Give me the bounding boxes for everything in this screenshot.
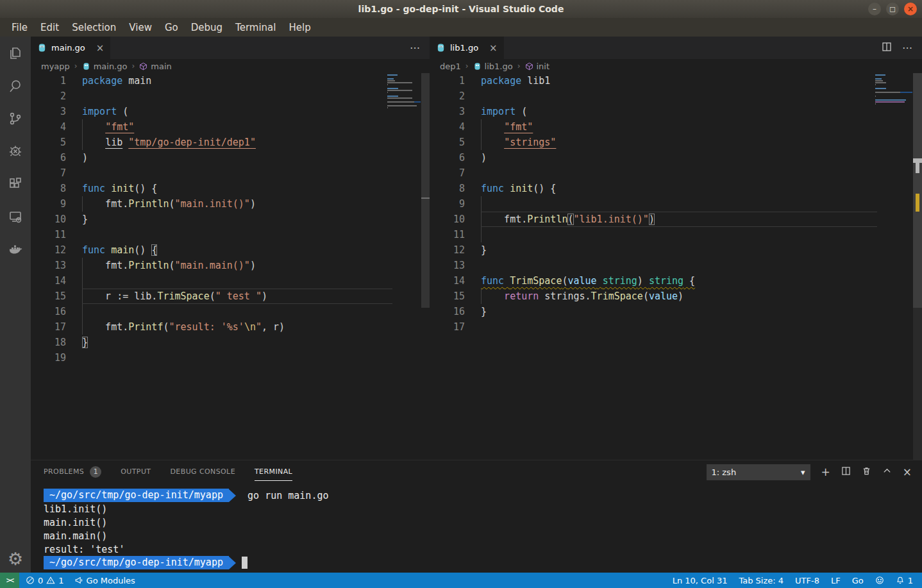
- tab-close-icon[interactable]: ×: [489, 42, 498, 54]
- new-terminal-icon[interactable]: +: [821, 467, 830, 478]
- menu-item-edit[interactable]: Edit: [34, 20, 65, 35]
- code-line[interactable]: 7: [430, 165, 922, 181]
- scrollbar[interactable]: [421, 73, 430, 460]
- feedback-smiley-icon[interactable]: [875, 576, 884, 585]
- code-line[interactable]: 4 "fmt": [430, 119, 922, 135]
- menu-item-view[interactable]: View: [122, 20, 158, 35]
- breadcrumb-folder[interactable]: myapp: [41, 62, 70, 71]
- code-line[interactable]: 17: [430, 319, 922, 335]
- split-editor-icon[interactable]: [882, 42, 892, 55]
- code-line[interactable]: 7: [31, 165, 430, 181]
- search-icon[interactable]: [8, 78, 23, 94]
- tab-main-go[interactable]: main.go ×: [31, 37, 110, 59]
- breadcrumb-file[interactable]: main.go: [82, 62, 128, 71]
- left-code: 1package main23import (4 "fmt"5 lib "tmp…: [31, 73, 430, 365]
- line-number: 3: [430, 104, 465, 119]
- notifications-bell[interactable]: 1: [896, 576, 913, 585]
- menu-item-debug[interactable]: Debug: [185, 20, 229, 35]
- eol-status[interactable]: LF: [831, 576, 841, 585]
- code-line[interactable]: 1package lib1: [430, 73, 922, 88]
- extensions-icon[interactable]: [8, 176, 23, 192]
- code-line[interactable]: 6): [430, 150, 922, 165]
- code-line[interactable]: 11: [430, 227, 922, 242]
- panel-tab-bar: PROBLEMS 1 OUTPUT DEBUG CONSOLE TERMINAL…: [31, 460, 922, 483]
- code-line[interactable]: 13 fmt.Println("main.main()"): [31, 258, 430, 273]
- code-line[interactable]: 4 "fmt": [31, 119, 430, 135]
- remote-indicator[interactable]: ><: [0, 573, 19, 588]
- breadcrumb-symbol[interactable]: init: [525, 62, 550, 71]
- maximize-panel-icon[interactable]: [882, 466, 892, 478]
- code-line[interactable]: 10 fmt.Println("lib1.init()"): [430, 212, 922, 227]
- more-actions-icon[interactable]: ⋯: [902, 42, 913, 54]
- code-line[interactable]: 5 "strings": [430, 135, 922, 150]
- tab-debug-console[interactable]: DEBUG CONSOLE: [170, 460, 235, 483]
- problems-badge: 1: [90, 466, 101, 478]
- close-panel-icon[interactable]: ×: [903, 467, 912, 478]
- terminal-content[interactable]: ~/go/src/tmp/go-dep-init/myapp go run ma…: [31, 483, 922, 569]
- menu-item-terminal[interactable]: Terminal: [229, 20, 282, 35]
- settings-gear-icon[interactable]: ⚙: [8, 550, 23, 567]
- line-number: 13: [31, 258, 66, 273]
- code-line[interactable]: 10}: [31, 212, 430, 227]
- code-line[interactable]: 9 fmt.Println("main.init()"): [31, 196, 430, 212]
- code-line[interactable]: 8func init() {: [430, 181, 922, 196]
- tab-problems[interactable]: PROBLEMS 1: [44, 460, 101, 483]
- code-line[interactable]: 19: [31, 350, 430, 365]
- maximize-button[interactable]: ◻: [886, 3, 899, 15]
- problems-status[interactable]: 0 1: [26, 576, 64, 585]
- explorer-icon[interactable]: [8, 46, 23, 61]
- split-terminal-icon[interactable]: [841, 466, 851, 478]
- code-line[interactable]: 6): [31, 150, 430, 165]
- breadcrumb-file[interactable]: lib1.go: [473, 62, 513, 71]
- code-line[interactable]: 15 return strings.TrimSpace(value): [430, 289, 922, 304]
- code-line[interactable]: 9: [430, 196, 922, 212]
- code-line[interactable]: 13: [430, 258, 922, 273]
- debug-icon[interactable]: [8, 144, 23, 159]
- code-line[interactable]: 16}: [430, 304, 922, 319]
- encoding-status[interactable]: UTF-8: [795, 576, 819, 585]
- close-button[interactable]: ×: [904, 3, 917, 15]
- docker-icon[interactable]: [8, 242, 23, 257]
- breadcrumb-right: dep1 › lib1.go › init: [430, 59, 922, 73]
- minimize-button[interactable]: –: [868, 3, 881, 15]
- code-line[interactable]: 11: [31, 227, 430, 242]
- go-modules-status[interactable]: Go Modules: [74, 576, 135, 585]
- language-mode-status[interactable]: Go: [852, 576, 864, 585]
- code-line[interactable]: 5 lib "tmp/go-dep-init/dep1": [31, 135, 430, 150]
- breadcrumb-folder[interactable]: dep1: [440, 62, 461, 71]
- code-line[interactable]: 3import (: [31, 104, 430, 119]
- remote-explorer-icon[interactable]: [8, 209, 23, 224]
- more-actions-icon[interactable]: ⋯: [410, 42, 421, 54]
- code-line[interactable]: 2: [430, 88, 922, 104]
- minimap[interactable]: [875, 74, 912, 107]
- scrollbar[interactable]: [913, 73, 922, 460]
- menu-item-selection[interactable]: Selection: [65, 20, 122, 35]
- tab-output[interactable]: OUTPUT: [121, 460, 151, 483]
- minimap[interactable]: [387, 74, 421, 111]
- code-line[interactable]: 15 r := lib.TrimSpace(" test "): [31, 289, 430, 304]
- menu-item-go[interactable]: Go: [158, 20, 185, 35]
- tab-lib1-go[interactable]: lib1.go ×: [430, 37, 504, 59]
- menu-item-help[interactable]: Help: [282, 20, 317, 35]
- code-line[interactable]: 14: [31, 273, 430, 289]
- tab-size-status[interactable]: Tab Size: 4: [739, 576, 784, 585]
- code-line[interactable]: 1package main: [31, 73, 430, 88]
- code-line[interactable]: 3import (: [430, 104, 922, 119]
- tab-terminal[interactable]: TERMINAL: [255, 460, 292, 483]
- menu-item-file[interactable]: File: [5, 20, 34, 35]
- tab-close-icon[interactable]: ×: [96, 42, 105, 54]
- code-line[interactable]: 12}: [430, 242, 922, 258]
- code-line[interactable]: 8func init() {: [31, 181, 430, 196]
- cursor-position-status[interactable]: Ln 10, Col 31: [673, 576, 728, 585]
- terminal-selector-dropdown[interactable]: 1: zsh ▾: [707, 464, 810, 480]
- code-line[interactable]: 17 fmt.Printf("result: '%s'\n", r): [31, 319, 430, 335]
- line-number: 6: [430, 150, 465, 165]
- kill-terminal-icon[interactable]: [862, 466, 871, 478]
- code-line[interactable]: 14func TrimSpace(value string) string {: [430, 273, 922, 289]
- breadcrumb-symbol[interactable]: main: [139, 62, 171, 71]
- code-line[interactable]: 18}: [31, 335, 430, 350]
- code-line[interactable]: 16: [31, 304, 430, 319]
- source-control-icon[interactable]: [8, 111, 23, 126]
- code-line[interactable]: 2: [31, 88, 430, 104]
- code-line[interactable]: 12func main() {: [31, 242, 430, 258]
